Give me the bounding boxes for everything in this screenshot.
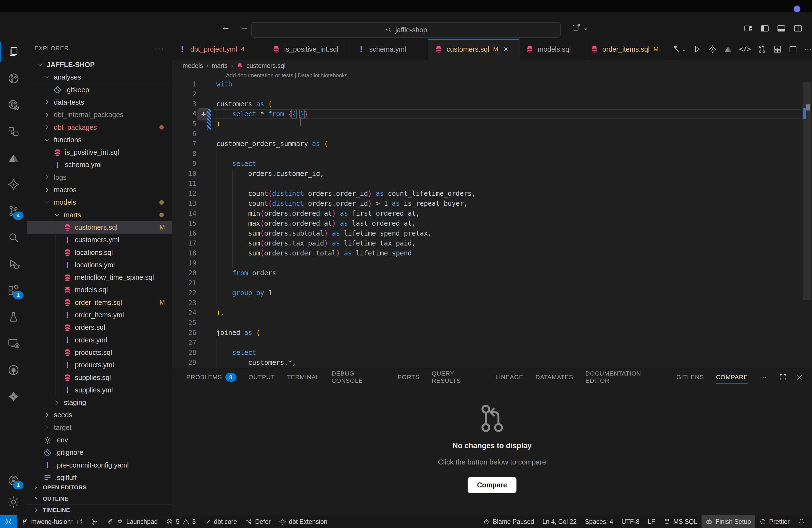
tree-item-order-items.sql[interactable]: order_items.sqlM	[27, 296, 172, 309]
tree-item-seeds[interactable]: seeds	[27, 409, 172, 421]
activity-dbt-power-user[interactable]	[0, 384, 27, 409]
forward-arrow-icon[interactable]: →	[240, 21, 249, 32]
section-outline[interactable]: OUTLINE	[27, 493, 172, 504]
status-dbt-core[interactable]: dbt core	[200, 515, 241, 528]
tree-item-products.yml[interactable]: !products.yml	[27, 359, 172, 371]
action-split-editor[interactable]	[788, 45, 797, 54]
panel-tab-output[interactable]: OUTPUT	[249, 368, 275, 386]
tree-item-supplies.yml[interactable]: !supplies.yml	[27, 384, 172, 396]
tree-item-customers.sql[interactable]: customers.sqlM	[27, 221, 172, 234]
activity-explorer[interactable]	[0, 40, 27, 64]
tab-dbt_project.yml[interactable]: !dbt_project.yml4	[172, 39, 266, 60]
tree-item-.gitignore[interactable]: .gitignore	[27, 446, 172, 459]
tree-item-is-positive-int.sql[interactable]: is_positive_int.sql	[27, 146, 172, 159]
tree-item-dbt-internal-packages[interactable]: dbt_internal_packages	[27, 108, 172, 121]
tree-item-functions[interactable]: functions	[27, 134, 172, 146]
status-blame[interactable]: Blame Paused	[479, 515, 538, 528]
panel-tab-···[interactable]: ···	[760, 368, 767, 386]
tree-item-locations.sql[interactable]: locations.sql	[27, 246, 172, 259]
explorer-more-icon[interactable]: ···	[155, 44, 164, 53]
toggle-primary-sidebar[interactable]	[760, 24, 769, 33]
activity-extensions[interactable]: 1	[0, 278, 27, 303]
status-eol[interactable]: LF	[643, 515, 659, 528]
copilot-menu-button[interactable]: ⌄	[572, 23, 588, 33]
codelens-bar[interactable]: ··· | Add documentation or tests | Datap…	[216, 72, 347, 79]
tree-item-products.sql[interactable]: products.sql	[27, 346, 172, 359]
activity-accounts[interactable]: 1	[0, 468, 27, 493]
tree-item-marts[interactable]: marts	[27, 209, 172, 221]
tree-item-staging[interactable]: staging	[27, 396, 172, 409]
compare-button[interactable]: Compare	[468, 477, 516, 493]
activity-github[interactable]	[0, 358, 27, 382]
panel-tab-problems[interactable]: PROBLEMS8	[186, 368, 236, 386]
maximize-panel[interactable]	[779, 373, 787, 381]
status-encoding[interactable]: UTF-8	[617, 515, 643, 528]
command-center-search[interactable]: jaffle-shop	[251, 22, 561, 38]
activity-lineage[interactable]	[0, 119, 27, 144]
close-tab-icon[interactable]: ×	[504, 45, 508, 54]
status-language-mode[interactable]: MS SQL	[659, 515, 701, 528]
status-cursor-position[interactable]: Ln 4, Col 22	[538, 515, 581, 528]
panel-tab-documentation-editor[interactable]: DOCUMENTATION EDITOR	[585, 368, 664, 386]
tree-item-models.sql[interactable]: models.sql	[27, 283, 172, 296]
status-defer[interactable]: Defer	[241, 515, 275, 528]
action-query-results[interactable]	[773, 45, 782, 54]
status-launchpad[interactable]: Launchpad	[102, 515, 162, 528]
panel-tab-lineage[interactable]: LINEAGE	[495, 368, 523, 386]
panel-tab-debug-console[interactable]: DEBUG CONSOLE	[332, 368, 386, 386]
status-git-branch[interactable]: mwong-fusion*	[17, 515, 87, 528]
tree-item-data-tests[interactable]: data-tests	[27, 96, 172, 108]
status-notifications[interactable]	[794, 515, 809, 528]
activity-gitlens[interactable]	[0, 93, 27, 117]
panel-tab-query-results[interactable]: QUERY RESULTS	[432, 368, 483, 386]
toggle-secondary-sidebar[interactable]	[793, 24, 802, 33]
status-prettier[interactable]: Prettier	[755, 515, 794, 528]
tree-item-metricflow-time-spine.sql[interactable]: metricflow_time_spine.sql	[27, 271, 172, 283]
tab-is_positive_int.sql[interactable]: is_positive_int.sql	[266, 39, 351, 60]
activity-settings[interactable]	[0, 490, 27, 514]
status-problems-summary[interactable]: 53	[162, 515, 200, 528]
panel-tab-ports[interactable]: PORTS	[398, 368, 420, 386]
action-run-query[interactable]	[693, 45, 701, 54]
activity-search[interactable]	[0, 225, 27, 250]
status-remote-indicator[interactable]	[0, 515, 17, 528]
action-pull-request[interactable]	[758, 45, 766, 54]
tree-item-customers.yml[interactable]: !customers.yml	[27, 234, 172, 246]
activity-dbt[interactable]	[0, 172, 27, 196]
tree-item-orders.sql[interactable]: orders.sql	[27, 321, 172, 334]
action-build-tasks[interactable]: ⌄	[672, 45, 686, 54]
panel-tab-terminal[interactable]: TERMINAL	[287, 368, 320, 386]
action-dbt-action[interactable]	[708, 45, 717, 54]
activity-testing[interactable]	[0, 305, 27, 329]
scrollbar[interactable]	[801, 72, 812, 368]
status-finish-setup[interactable]: Finish Setup	[701, 515, 755, 528]
close-panel[interactable]	[795, 373, 804, 381]
tree-item-target[interactable]: target	[27, 421, 172, 434]
tree-item-order-items.yml[interactable]: !order_items.yml	[27, 309, 172, 321]
section-open-editors[interactable]: OPEN EDITORS	[27, 482, 172, 493]
breadcrumb[interactable]: models›marts›customers.sql	[172, 60, 812, 72]
tree-item-schema.yml[interactable]: !schema.yml	[27, 159, 172, 171]
panel-tab-datamates[interactable]: DATAMATES	[536, 368, 574, 386]
activity-source-control[interactable]: 4	[0, 199, 27, 223]
tree-item-orders.yml[interactable]: !orders.yml	[27, 334, 172, 346]
tree-item-.sqlfluff[interactable]: .sqlfluff	[27, 471, 172, 482]
code-editor[interactable]: ··· | Add documentation or tests | Datap…	[172, 72, 812, 368]
tree-root-jaffle-shop[interactable]: JAFFLE-SHOP	[27, 59, 172, 71]
tree-item-.env[interactable]: .env	[27, 434, 172, 446]
tab-order_items.sql[interactable]: order_items.sqlM	[584, 39, 672, 60]
tree-item-analyses[interactable]: analyses	[27, 71, 172, 84]
activity-run-debug[interactable]	[0, 252, 27, 276]
panel-tab-compare[interactable]: COMPARE	[716, 368, 748, 386]
status-indentation[interactable]: Spaces: 4	[581, 515, 617, 528]
tree-item-dbt-packages[interactable]: dbt_packages	[27, 121, 172, 134]
tab-customers.sql[interactable]: customers.sqlM×	[429, 39, 520, 60]
activity-datapilot[interactable]	[0, 146, 27, 170]
tree-item-supplies.sql[interactable]: supplies.sql	[27, 371, 172, 384]
status-dbt-extension[interactable]: dbt Extension	[275, 515, 331, 528]
tree-item-logs[interactable]: logs	[27, 171, 172, 184]
panel-tab-gitlens[interactable]: GITLENS	[677, 368, 704, 386]
tab-schema.yml[interactable]: !schema.yml	[351, 39, 429, 60]
action-more-actions[interactable]: ···	[804, 45, 812, 54]
tree-item-.pre-commit-config.yaml[interactable]: !.pre-commit-config.yaml	[27, 459, 172, 471]
